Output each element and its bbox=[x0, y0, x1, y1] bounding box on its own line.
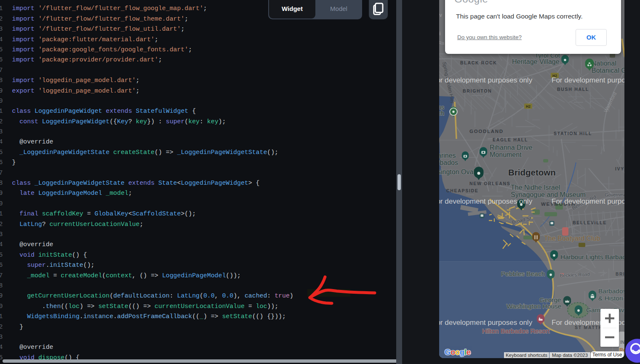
svg-text:The Boatyard Club: The Boatyard Club bbox=[544, 235, 600, 242]
svg-text:For development purposes only: For development purposes only bbox=[439, 197, 533, 205]
svg-text:li: li bbox=[439, 31, 440, 37]
svg-text:H2: H2 bbox=[526, 104, 531, 109]
svg-text:Heritage Village: Heritage Village bbox=[512, 58, 560, 65]
svg-text:IVY: IVY bbox=[615, 166, 624, 171]
svg-text:Bridgetown: Bridgetown bbox=[508, 167, 556, 177]
svg-text:sington Oval: sington Oval bbox=[439, 168, 475, 175]
svg-text:Google: Google bbox=[445, 348, 470, 356]
svg-text:EAGLE HALL: EAGLE HALL bbox=[493, 137, 528, 142]
svg-text:Governme: Governme bbox=[605, 192, 624, 197]
svg-text:Rihanna Drive: Rihanna Drive bbox=[490, 144, 532, 151]
svg-text:BELLEVILLE: BELLEVILLE bbox=[573, 220, 607, 225]
svg-text:BUSH HALL: BUSH HALL bbox=[557, 87, 589, 92]
svg-text:BRIGHTON: BRIGHTON bbox=[463, 88, 492, 93]
svg-text:Monument: Monument bbox=[490, 151, 522, 158]
svg-text:Botanical G: Botanical G bbox=[592, 67, 624, 74]
svg-text:The Nidhe Israel: The Nidhe Israel bbox=[511, 184, 560, 191]
svg-text:iv: iv bbox=[439, 12, 442, 18]
svg-text:For development purposes only: For development purposes only bbox=[552, 76, 624, 84]
svg-text:For development purposes only: For development purposes only bbox=[552, 197, 624, 205]
svg-text:BLACK ROCK: BLACK ROCK bbox=[460, 60, 497, 65]
svg-text:GOODLAND: GOODLAND bbox=[469, 129, 504, 134]
svg-text:National: National bbox=[592, 60, 616, 67]
svg-text:Ra: Ra bbox=[439, 40, 445, 45]
svg-text:For development purposes only: For development purposes only bbox=[439, 76, 533, 84]
svg-text:rbados: rbados bbox=[439, 159, 458, 166]
svg-text:CHEAPSIDE: CHEAPSIDE bbox=[446, 188, 479, 193]
svg-text:STATION HILL: STATION HILL bbox=[554, 131, 592, 136]
svg-text:For development purposes only: For development purposes only bbox=[439, 319, 533, 327]
svg-text:Harbour Lights Barbad: Harbour Lights Barbad bbox=[560, 253, 624, 260]
svg-text:NEW ORLEANS: NEW ORLEANS bbox=[469, 181, 510, 186]
svg-text:ch: ch bbox=[439, 110, 444, 117]
svg-text:arines: arines bbox=[439, 152, 456, 159]
